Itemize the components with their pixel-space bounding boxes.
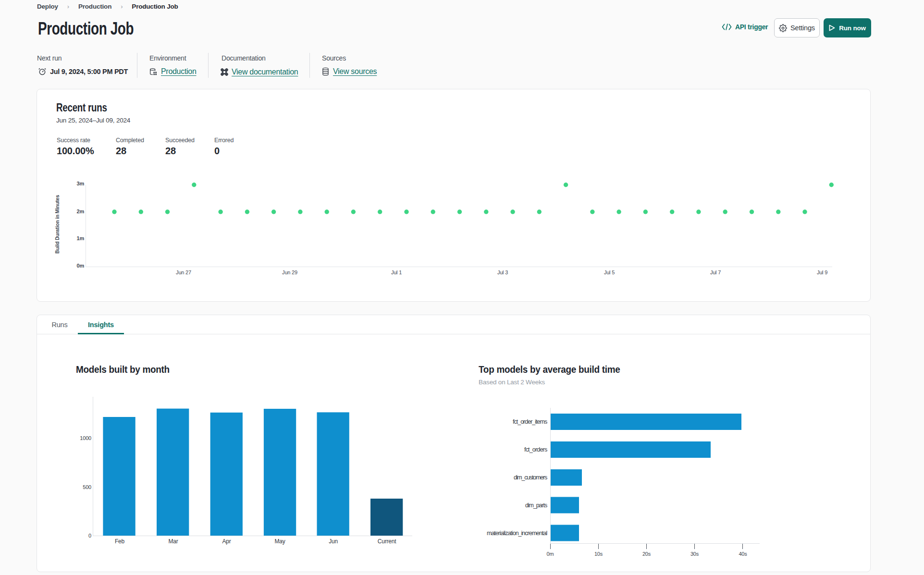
svg-text:2m: 2m (77, 208, 85, 214)
svg-text:1m: 1m (77, 235, 85, 241)
svg-text:0: 0 (88, 533, 91, 538)
svg-text:Jul 1: Jul 1 (391, 269, 402, 275)
svg-text:Feb: Feb (115, 538, 125, 545)
svg-text:0m: 0m (77, 263, 85, 269)
svg-text:fct_order_items: fct_order_items (513, 418, 547, 425)
svg-text:Jul 7: Jul 7 (710, 269, 721, 275)
svg-text:10s: 10s (594, 551, 603, 557)
svg-text:Jun 29: Jun 29 (282, 269, 297, 275)
svg-text:Mar: Mar (168, 538, 178, 545)
svg-text:500: 500 (83, 484, 91, 490)
svg-text:Jul 9: Jul 9 (817, 269, 827, 275)
svg-text:Jul 3: Jul 3 (497, 269, 508, 275)
svg-text:20s: 20s (642, 551, 651, 557)
svg-text:fct_orders: fct_orders (524, 446, 547, 453)
svg-text:Current: Current (378, 538, 396, 545)
svg-text:Jul 5: Jul 5 (604, 269, 615, 275)
svg-text:1000: 1000 (80, 435, 91, 441)
svg-text:Apr: Apr (222, 538, 231, 545)
svg-text:dim_parts: dim_parts (525, 502, 547, 509)
svg-text:May: May (274, 538, 285, 545)
svg-text:40s: 40s (739, 551, 747, 557)
svg-text:Jun: Jun (329, 538, 338, 545)
svg-text:materialization_incremental: materialization_incremental (487, 530, 547, 537)
svg-text:3m: 3m (77, 181, 85, 186)
svg-text:0m: 0m (547, 551, 554, 557)
svg-text:dim_customers: dim_customers (514, 474, 547, 481)
svg-text:Build Duration in Minutes: Build Duration in Minutes (54, 195, 60, 254)
svg-text:30s: 30s (690, 551, 699, 557)
svg-text:Jun 27: Jun 27 (176, 269, 191, 275)
